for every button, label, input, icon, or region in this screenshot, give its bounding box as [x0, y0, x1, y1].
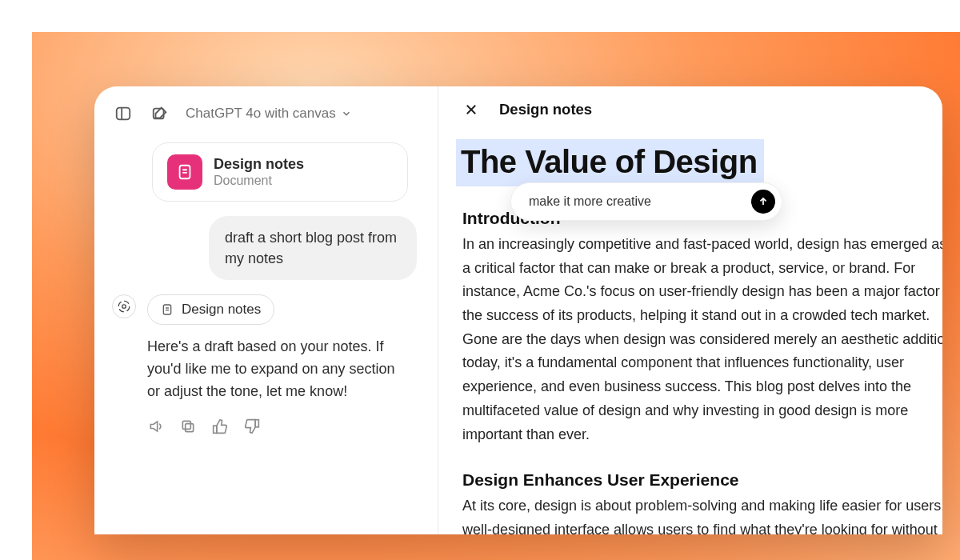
user-message: draft a short blog post from my notes [209, 216, 417, 280]
assistant-row: Design notes Here's a draft based on you… [112, 294, 420, 435]
section-heading: Design Enhances User Experience [462, 470, 942, 490]
thumbs-up-icon[interactable] [211, 418, 229, 435]
new-chat-icon[interactable] [149, 102, 171, 125]
read-aloud-icon[interactable] [147, 418, 165, 435]
canvas-header: Design notes [462, 101, 942, 118]
attachment-title: Design notes [214, 156, 304, 174]
thumbs-down-icon[interactable] [243, 418, 261, 435]
message-actions [147, 414, 420, 435]
document-icon [167, 154, 202, 190]
close-canvas-button[interactable] [462, 101, 480, 118]
inline-edit-pill [510, 182, 782, 221]
app-window: ChatGPT 4o with canvas Design [94, 86, 942, 534]
document-h1: The Value of Design [461, 144, 758, 179]
chevron-down-icon [341, 108, 352, 119]
canvas-title: Design notes [499, 101, 592, 118]
assistant-avatar [112, 294, 136, 318]
svg-rect-13 [255, 420, 258, 427]
assistant-message: Here's a draft based on your notes. If y… [147, 336, 411, 403]
copy-icon[interactable] [179, 418, 197, 435]
sidebar-toggle-icon[interactable] [112, 102, 134, 125]
model-label: ChatGPT 4o with canvas [186, 106, 336, 122]
section-body: In an increasingly competitive and fast-… [462, 233, 942, 446]
section-body: At its core, design is about problem-sol… [462, 494, 942, 534]
document-h1-highlight[interactable]: The Value of Design [458, 141, 762, 185]
attachment-subtitle: Document [214, 173, 304, 188]
assistant-document-chip[interactable]: Design notes [147, 294, 274, 325]
user-message-row: draft a short blog post from my notes [112, 216, 420, 280]
svg-point-6 [122, 305, 126, 309]
attachment-card[interactable]: Design notes Document [152, 142, 408, 202]
model-selector[interactable]: ChatGPT 4o with canvas [186, 106, 352, 122]
inline-edit-input[interactable] [529, 194, 742, 209]
document[interactable]: The Value of Design Introduction In an i… [462, 141, 942, 534]
chat-header: ChatGPT 4o with canvas [94, 86, 438, 136]
svg-rect-12 [214, 426, 217, 433]
canvas-panel: Design notes The Value of Design Introdu… [438, 86, 942, 534]
chat-body: Design notes Document draft a short blog… [94, 136, 438, 435]
svg-rect-10 [186, 424, 194, 432]
svg-rect-0 [117, 108, 130, 120]
assistant-document-chip-label: Design notes [182, 302, 261, 318]
svg-rect-11 [182, 421, 190, 429]
chat-panel: ChatGPT 4o with canvas Design [94, 86, 438, 534]
inline-edit-send-button[interactable] [751, 190, 775, 214]
